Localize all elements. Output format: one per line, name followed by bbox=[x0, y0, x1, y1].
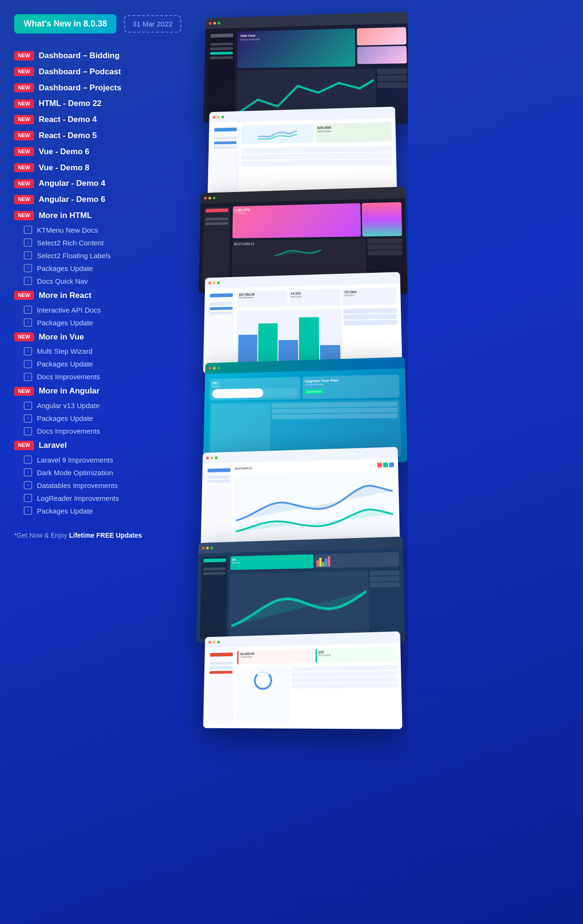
sub-item-label-30: Datatables Improvements bbox=[37, 480, 118, 490]
mockup-laravel: $3,200.00 Laravel Rev 237 My Projects bbox=[203, 631, 402, 729]
sub-item-13: ›Select2 Floating Labels bbox=[14, 249, 189, 262]
sub-item-label-18: Packages Update bbox=[37, 318, 93, 328]
new-badge-0: New bbox=[14, 51, 34, 60]
new-item-27: NewLaravel bbox=[14, 437, 189, 453]
mockups-container: Utah Case Podcast Dashboard bbox=[180, 14, 398, 865]
chevron-icon-24: › bbox=[24, 401, 32, 410]
sub-item-26: ›Docs Improvements bbox=[14, 425, 189, 437]
sub-item-17: ›Interactive API Docs bbox=[14, 304, 189, 316]
chevron-icon-20: › bbox=[24, 347, 32, 356]
sub-item-18: ›Packages Update bbox=[14, 316, 189, 329]
new-badge-3: New bbox=[14, 99, 34, 108]
new-badge-5: New bbox=[14, 131, 34, 140]
sub-item-22: ›Docs Improvements bbox=[14, 370, 189, 383]
new-item-9: NewAngular - Demo 6 bbox=[14, 192, 189, 208]
item-label-4: React - Demo 4 bbox=[39, 114, 97, 125]
sub-item-label-24: Angular v13 Update bbox=[37, 401, 100, 410]
sub-item-label-20: Multi Step Wizard bbox=[37, 346, 93, 356]
new-item-3: NewHTML - Demo 22 bbox=[14, 96, 189, 112]
new-item-2: NewDashboard – Projects bbox=[14, 80, 189, 96]
sub-item-label-26: Docs Improvements bbox=[37, 426, 100, 436]
sub-item-14: ›Packages Update bbox=[14, 262, 189, 275]
sub-item-31: ›LogReader Improvements bbox=[14, 492, 189, 505]
sub-item-label-13: Select2 Floating Labels bbox=[37, 251, 111, 261]
mockup-dark-colorful: 49 Engines bbox=[196, 537, 406, 645]
new-item-8: NewAngular - Demo 4 bbox=[14, 175, 189, 192]
chevron-icon-28: › bbox=[24, 455, 32, 464]
item-label-7: Vue - Demo 8 bbox=[39, 162, 89, 174]
new-badge-6: New bbox=[14, 147, 34, 156]
chevron-icon-17: › bbox=[24, 305, 32, 314]
new-badge-7: New bbox=[14, 163, 34, 172]
sub-item-label-12: Select2 Rich Content bbox=[37, 238, 104, 248]
chevron-icon-30: › bbox=[24, 481, 32, 489]
sub-item-label-32: Packages Update bbox=[37, 506, 93, 516]
new-item-16: NewMore in React bbox=[14, 288, 189, 304]
chevron-icon-11: › bbox=[24, 226, 32, 234]
new-item-5: NewReact - Demo 5 bbox=[14, 128, 189, 144]
mockup-colorful-light: $3,274,934.11 bbox=[201, 447, 400, 549]
new-badge-2: New bbox=[14, 83, 34, 92]
item-label-10: More in HTML bbox=[39, 210, 92, 221]
new-badge-19: New bbox=[14, 332, 34, 341]
new-item-4: NewReact - Demo 4 bbox=[14, 112, 189, 128]
sub-item-label-21: Packages Update bbox=[37, 359, 93, 369]
new-item-10: NewMore in HTML bbox=[14, 208, 189, 224]
sub-item-32: ›Packages Update bbox=[14, 505, 189, 517]
sub-item-label-28: Laravel 9 Improvements bbox=[37, 455, 113, 465]
chevron-icon-31: › bbox=[24, 494, 32, 502]
sub-item-label-17: Interactive API Docs bbox=[37, 305, 101, 315]
date-badge: 31 Mar 2022 bbox=[124, 15, 181, 33]
new-item-1: NewDashboard – Podcast bbox=[14, 64, 189, 80]
sub-item-label-29: Dark Mode Optimization bbox=[37, 468, 113, 478]
sub-item-30: ›Datatables Improvements bbox=[14, 479, 189, 492]
right-panel: Utah Case Podcast Dashboard bbox=[180, 14, 398, 865]
sub-item-label-25: Packages Update bbox=[37, 413, 93, 423]
item-label-9: Angular - Demo 6 bbox=[39, 194, 106, 205]
new-badge-4: New bbox=[14, 115, 34, 124]
item-label-19: More in Vue bbox=[39, 331, 84, 343]
item-label-2: Dashboard – Projects bbox=[39, 82, 122, 94]
chevron-icon-26: › bbox=[24, 427, 32, 436]
mockup-teal: 957 Projects Upgrade Your Plan Get more … bbox=[203, 357, 407, 462]
sub-item-24: ›Angular v13 Update bbox=[14, 399, 189, 412]
item-label-8: Angular - Demo 4 bbox=[39, 178, 106, 189]
item-label-16: More in React bbox=[39, 290, 91, 301]
new-item-6: NewVue - Demo 6 bbox=[14, 144, 189, 160]
new-badge-1: New bbox=[14, 67, 34, 76]
chevron-icon-13: › bbox=[24, 251, 32, 260]
sub-item-11: ›KTMenu New Docs bbox=[14, 224, 189, 236]
chevron-icon-14: › bbox=[24, 264, 32, 272]
new-badge-23: New bbox=[14, 387, 34, 396]
item-label-5: React - Demo 5 bbox=[39, 130, 97, 141]
items-list: NewDashboard – BiddingNewDashboard – Pod… bbox=[14, 48, 189, 517]
sub-item-label-31: LogReader Improvements bbox=[37, 493, 119, 503]
sub-item-21: ›Packages Update bbox=[14, 357, 189, 370]
left-panel: What's New in 8.0.38 31 Mar 2022 NewDash… bbox=[14, 14, 189, 865]
item-label-23: More in Angular bbox=[39, 385, 100, 397]
item-label-6: Vue - Demo 6 bbox=[39, 146, 89, 157]
sub-item-28: ›Laravel 9 Improvements bbox=[14, 453, 189, 466]
item-label-3: HTML - Demo 22 bbox=[39, 98, 102, 109]
sub-item-20: ›Multi Step Wizard bbox=[14, 345, 189, 357]
new-item-23: NewMore in Angular bbox=[14, 383, 189, 399]
new-badge-9: New bbox=[14, 195, 34, 204]
new-item-7: NewVue - Demo 8 bbox=[14, 160, 189, 176]
new-badge-27: New bbox=[14, 441, 34, 450]
header: What's New in 8.0.38 31 Mar 2022 bbox=[14, 14, 189, 34]
version-badge: What's New in 8.0.38 bbox=[14, 14, 116, 34]
item-label-0: Dashboard – Bidding bbox=[39, 50, 120, 61]
new-badge-16: New bbox=[14, 291, 34, 300]
chevron-icon-12: › bbox=[24, 238, 32, 247]
chevron-icon-29: › bbox=[24, 468, 32, 477]
sub-item-label-14: Packages Update bbox=[37, 263, 93, 273]
new-badge-8: New bbox=[14, 179, 34, 188]
new-item-0: NewDashboard – Bidding bbox=[14, 48, 189, 64]
chevron-icon-18: › bbox=[24, 318, 32, 327]
chevron-icon-15: › bbox=[24, 277, 32, 285]
chevron-icon-32: › bbox=[24, 506, 32, 515]
chevron-icon-21: › bbox=[24, 360, 32, 368]
item-label-1: Dashboard – Podcast bbox=[39, 66, 121, 78]
chevron-icon-22: › bbox=[24, 373, 32, 381]
sub-item-29: ›Dark Mode Optimization bbox=[14, 466, 189, 479]
